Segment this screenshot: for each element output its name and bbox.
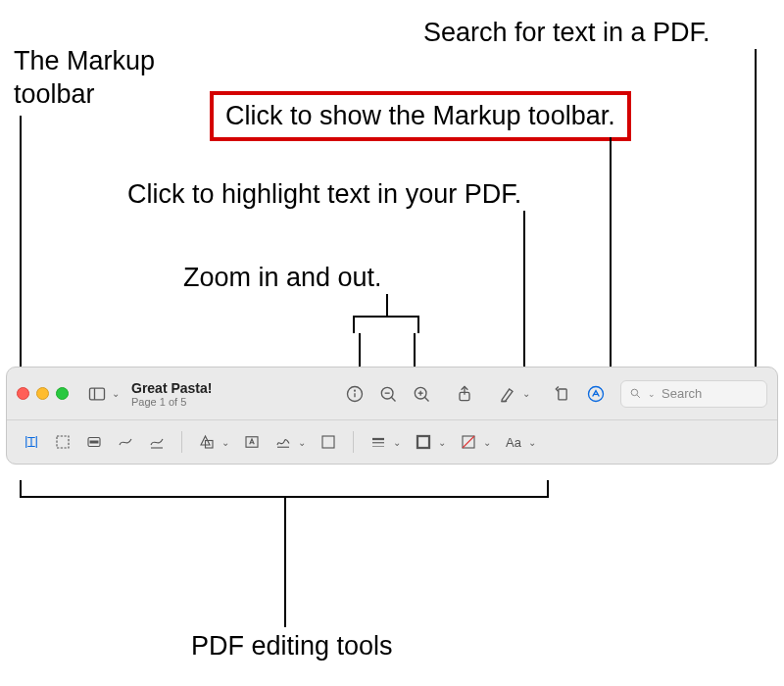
- callout-line: [284, 498, 286, 627]
- zoom-out-button[interactable]: [373, 379, 403, 409]
- shapes-tool[interactable]: [194, 429, 220, 455]
- search-icon: [629, 387, 642, 400]
- border-color-tool[interactable]: [411, 429, 436, 455]
- draw-tool[interactable]: [144, 429, 170, 455]
- note-tool[interactable]: [316, 429, 341, 455]
- svg-line-9: [424, 397, 428, 401]
- fill-color-tool[interactable]: [456, 429, 481, 455]
- document-title: Great Pasta!: [131, 380, 212, 396]
- callout-line: [523, 211, 525, 377]
- chevron-down-icon[interactable]: ⌄: [298, 437, 306, 448]
- highlight-button[interactable]: [493, 379, 522, 409]
- svg-rect-30: [322, 436, 334, 448]
- preview-window: ⌄ Great Pasta! Page 1 of 5 ⌄: [6, 367, 778, 465]
- callout-editing-tools: PDF editing tools: [191, 630, 393, 663]
- chevron-down-icon[interactable]: ⌄: [528, 437, 536, 448]
- chevron-down-icon: ⌄: [648, 389, 656, 399]
- zoom-in-button[interactable]: [407, 379, 436, 409]
- svg-point-4: [355, 390, 356, 391]
- svg-line-6: [391, 397, 395, 401]
- callout-bracket-editing: [20, 480, 549, 498]
- sketch-tool[interactable]: [113, 429, 138, 455]
- callout-line: [610, 137, 612, 376]
- sign-tool[interactable]: [270, 429, 296, 455]
- text-tool[interactable]: [239, 429, 265, 455]
- search-field[interactable]: ⌄ Search: [620, 380, 767, 408]
- chevron-down-icon[interactable]: ⌄: [221, 437, 229, 448]
- svg-rect-24: [90, 441, 99, 444]
- callout-markup-toolbar: The Markup toolbar: [14, 45, 210, 112]
- callout-line: [386, 294, 388, 316]
- separator: [353, 431, 354, 453]
- chevron-down-icon[interactable]: ⌄: [393, 437, 401, 448]
- document-title-block: Great Pasta! Page 1 of 5: [131, 380, 212, 408]
- callout-show-markup: Click to show the Markup toolbar.: [225, 101, 615, 130]
- share-button[interactable]: [450, 379, 479, 409]
- main-toolbar: ⌄ Great Pasta! Page 1 of 5 ⌄: [7, 368, 777, 420]
- callout-line: [755, 49, 757, 382]
- chevron-down-icon[interactable]: ⌄: [112, 388, 120, 399]
- font-style-tool[interactable]: Aa: [501, 429, 526, 455]
- separator: [181, 431, 182, 453]
- svg-line-36: [463, 436, 474, 448]
- document-page-indicator: Page 1 of 5: [131, 396, 212, 408]
- svg-rect-15: [559, 389, 566, 400]
- redact-tool[interactable]: [81, 429, 107, 455]
- svg-line-19: [637, 395, 640, 398]
- window-controls: [17, 387, 69, 400]
- callout-search: Search for text in a PDF.: [423, 17, 710, 50]
- chevron-down-icon[interactable]: ⌄: [438, 437, 446, 448]
- callout-zoom: Zoom in and out.: [183, 262, 382, 295]
- line-style-tool[interactable]: [366, 429, 391, 455]
- callout-show-markup-box: Click to show the Markup toolbar.: [210, 91, 631, 141]
- info-button[interactable]: [340, 379, 369, 409]
- text-selection-tool[interactable]: [19, 429, 44, 455]
- close-window-button[interactable]: [17, 387, 29, 400]
- svg-rect-34: [417, 436, 429, 448]
- sidebar-toggle-button[interactable]: [82, 379, 112, 409]
- callout-bracket-zoom: [353, 316, 419, 333]
- svg-rect-22: [57, 436, 69, 448]
- markup-toolbar: ⌄ ⌄ ⌄ ⌄ ⌄ Aa ⌄: [7, 420, 777, 464]
- svg-rect-0: [90, 388, 105, 400]
- search-placeholder: Search: [662, 386, 702, 401]
- rotate-button[interactable]: [548, 379, 577, 409]
- fullscreen-window-button[interactable]: [56, 387, 69, 400]
- markup-toolbar-button[interactable]: [581, 379, 611, 409]
- rectangular-selection-tool[interactable]: [50, 429, 75, 455]
- callout-highlight: Click to highlight text in your PDF.: [127, 178, 521, 212]
- svg-point-18: [631, 389, 638, 396]
- chevron-down-icon[interactable]: ⌄: [483, 437, 491, 448]
- chevron-down-icon[interactable]: ⌄: [522, 388, 530, 399]
- minimize-window-button[interactable]: [36, 387, 49, 400]
